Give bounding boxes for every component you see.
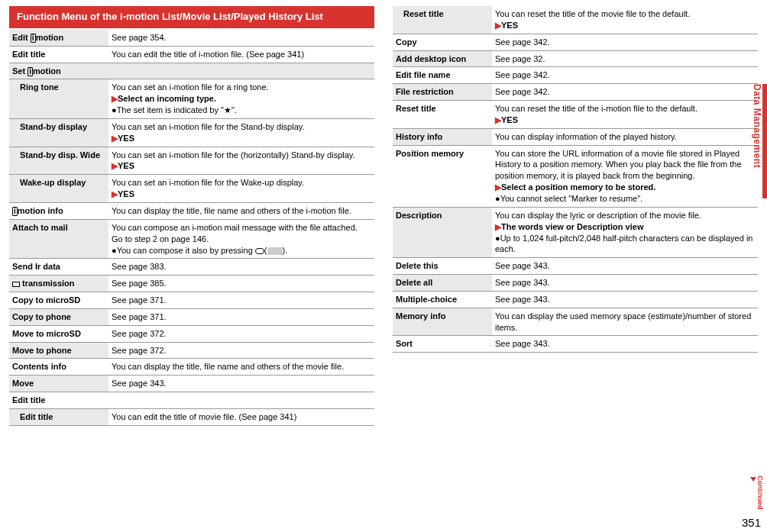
side-tab-label: Data Management xyxy=(750,84,762,168)
imotion-icon: i xyxy=(12,207,18,216)
label: Delete all xyxy=(393,275,492,292)
label: Add desktop icon xyxy=(393,50,492,67)
label: Wake-up display xyxy=(9,175,108,203)
arrow-icon: ▶ xyxy=(495,21,501,30)
desc: See page 343. xyxy=(492,336,758,353)
arrow-icon: ▶ xyxy=(495,182,501,192)
row-standby-wide: Stand-by disp. WideYou can set an i-moti… xyxy=(9,147,374,175)
label: Description xyxy=(393,207,492,257)
mail-icon xyxy=(267,247,283,255)
desc: See page 371. xyxy=(108,308,374,325)
label: Memory info xyxy=(393,308,492,336)
desc: You can reset the title of the movie fil… xyxy=(492,6,758,34)
desc: See page 342. xyxy=(492,84,758,101)
label: Stand-by disp. Wide xyxy=(9,147,108,175)
row-sort: SortSee page 343. xyxy=(393,336,758,353)
row-move: MoveSee page 343. xyxy=(9,376,374,392)
label: motion info xyxy=(18,206,63,215)
row-transmission: transmissionSee page 385. xyxy=(9,276,374,292)
row-ring-tone: Ring toneYou can set an i-motion file fo… xyxy=(9,79,374,119)
row-contents-info: Contents infoYou can display the title, … xyxy=(9,359,374,376)
row-position: Position memoryYou can store the URL inf… xyxy=(393,145,758,207)
desc: You can display information of the playe… xyxy=(492,128,758,145)
mail-button-icon xyxy=(255,248,264,254)
label: Move xyxy=(9,376,108,392)
label: Edit title xyxy=(9,408,108,425)
row-motion-info: imotion infoYou can display the title, f… xyxy=(9,203,374,220)
label: Position memory xyxy=(393,145,492,207)
row-move-phone: Move to phoneSee page 372. xyxy=(9,342,374,359)
page-number: 351 xyxy=(742,516,761,529)
label: Copy to microSD xyxy=(9,292,108,309)
row-send-ir: Send Ir dataSee page 383. xyxy=(9,259,374,276)
label: Ring tone xyxy=(9,79,108,119)
row-move-microsd: Move to microSDSee page 372. xyxy=(9,325,374,342)
arrow-icon: ▶ xyxy=(495,115,501,124)
label: Stand-by display xyxy=(9,118,108,147)
desc: You can display the title, file name and… xyxy=(108,359,374,376)
row-edit-title-hdr: Edit title xyxy=(9,392,374,409)
triangle-icon xyxy=(750,477,756,482)
desc: See page 343. xyxy=(492,291,758,308)
row-memory: Memory infoYou can display the used memo… xyxy=(393,308,758,336)
label: Move to phone xyxy=(9,342,108,359)
side-tab: Data Management xyxy=(752,84,767,221)
row-copy-microsd: Copy to microSDSee page 371. xyxy=(9,292,374,309)
desc: See page 372. xyxy=(108,325,374,342)
right-table: Reset titleYou can reset the title of th… xyxy=(393,6,758,353)
desc: You can edit the title of i-motion file.… xyxy=(108,46,374,63)
row-file-restriction: File restrictionSee page 342. xyxy=(393,84,758,101)
desc: See page 343. xyxy=(492,275,758,292)
row-edit-file: Edit file nameSee page 342. xyxy=(393,67,758,84)
label: Send Ir data xyxy=(9,259,108,276)
continued-text: Continued xyxy=(756,476,764,510)
desc: You can set an i-motion file for a ring … xyxy=(108,79,374,119)
desc: See page 385. xyxy=(108,276,374,292)
imotion-icon: i xyxy=(31,34,36,43)
desc: You can set an i-motion file for the Sta… xyxy=(108,118,374,147)
left-column: Function Menu of the i-motion List/Movie… xyxy=(9,6,374,426)
desc: You can reset the title of the i-motion … xyxy=(492,101,758,129)
desc: You can display the title, file name and… xyxy=(108,203,374,220)
desc: See page 372. xyxy=(108,342,374,359)
left-table: Edit imotionSee page 354. Edit titleYou … xyxy=(9,30,374,426)
row-delete-all: Delete allSee page 343. xyxy=(393,275,758,292)
arrow-icon: ▶ xyxy=(112,161,118,170)
row-copy: CopySee page 342. xyxy=(393,34,758,50)
desc: You can store the URL information of a m… xyxy=(492,145,758,207)
label: Contents info xyxy=(9,359,108,376)
label: Move to microSD xyxy=(9,325,108,342)
desc: See page 342. xyxy=(492,34,758,50)
label: Edit title xyxy=(9,46,108,63)
page-columns: Function Menu of the i-motion List/Movie… xyxy=(9,6,758,426)
label: Reset title xyxy=(393,6,492,34)
label: Set xyxy=(12,66,25,76)
row-wakeup: Wake-up displayYou can set an i-motion f… xyxy=(9,175,374,203)
label: Copy to phone xyxy=(9,308,108,325)
label: Copy xyxy=(393,34,492,50)
label: Multiple-choice xyxy=(393,291,492,308)
row-reset-imotion: Reset titleYou can reset the title of th… xyxy=(393,101,758,129)
desc: You can set an i-motion file for the (ho… xyxy=(108,147,374,175)
label: Attach to mail xyxy=(9,219,108,259)
label: Sort xyxy=(393,336,492,353)
arrow-icon: ▶ xyxy=(495,222,501,231)
row-history: History infoYou can display information … xyxy=(393,128,758,145)
side-tab-bar xyxy=(762,84,767,198)
row-edit-motion: Edit imotionSee page 354. xyxy=(9,30,374,46)
desc: See page 354. xyxy=(108,30,374,46)
label: Edit xyxy=(12,33,28,42)
label: Reset title xyxy=(393,101,492,129)
desc: See page 343. xyxy=(108,376,374,392)
row-edit-title: Edit titleYou can edit the title of i-mo… xyxy=(9,46,374,63)
label: Edit title xyxy=(9,392,374,409)
right-column: Reset titleYou can reset the title of th… xyxy=(393,6,758,426)
ic-icon xyxy=(12,282,20,287)
row-delete-this: Delete thisSee page 343. xyxy=(393,258,758,275)
label2: motion xyxy=(36,33,64,42)
arrow-icon: ▶ xyxy=(112,94,118,103)
row-set-motion: Set imotion xyxy=(9,63,374,79)
desc: You can edit the title of movie file. (S… xyxy=(108,408,374,425)
label: File restriction xyxy=(393,84,492,101)
label: Delete this xyxy=(393,258,492,275)
